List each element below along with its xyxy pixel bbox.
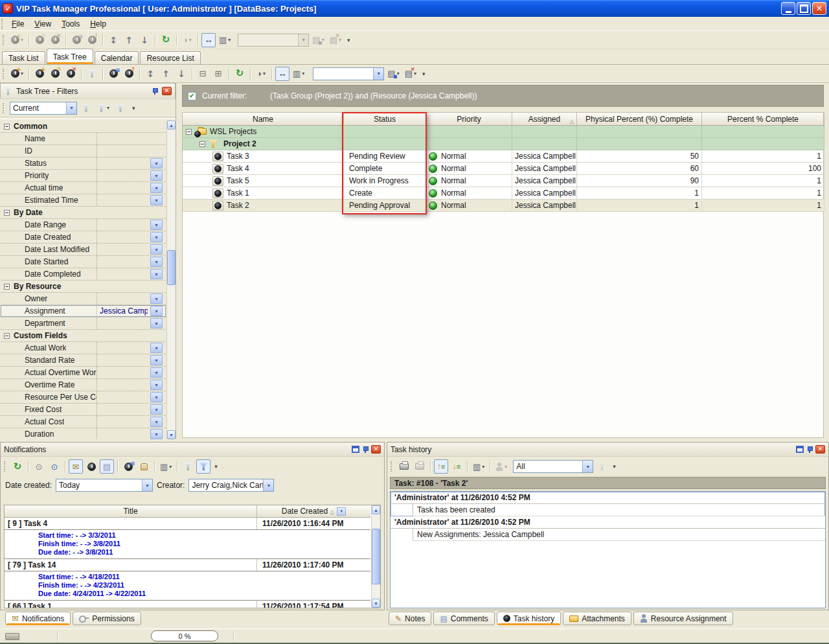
layout-combo[interactable]	[313, 67, 384, 80]
save-layout-button[interactable]: ▾	[310, 33, 326, 47]
filter-row[interactable]: ID	[1, 145, 166, 157]
bottom-tab[interactable]: Notes	[389, 612, 431, 625]
toolbar-overflow-button[interactable]: ▾	[130, 105, 138, 111]
filter-dropdown-button[interactable]	[150, 195, 163, 205]
project-group-row[interactable]: WSL Projects	[183, 126, 823, 138]
filter-row[interactable]: Actual Work	[1, 342, 166, 354]
filter-row[interactable]: Department	[1, 317, 166, 330]
sort-descending-button[interactable]	[449, 459, 464, 474]
toolbar-overflow-button[interactable]: ▾	[212, 463, 220, 470]
filter-group-header[interactable]: By Date	[1, 207, 166, 219]
filter-row[interactable]: Status	[1, 157, 166, 170]
filter-row[interactable]: Actual Cost	[1, 416, 166, 428]
menu-item[interactable]: File	[6, 17, 29, 30]
pin-icon[interactable]	[806, 446, 813, 454]
filters-scrollbar[interactable]	[166, 121, 176, 439]
clear-filter-button[interactable]	[181, 459, 195, 474]
scroll-up-icon[interactable]	[167, 121, 176, 130]
new-task-button[interactable]: ▾	[9, 67, 25, 81]
task-list-button[interactable]	[69, 33, 84, 47]
move-up-button[interactable]	[159, 67, 173, 81]
filter-row[interactable]: Actual time	[1, 182, 166, 194]
collapse-icon[interactable]	[4, 124, 10, 130]
filter-row[interactable]: Date Completed	[1, 268, 166, 281]
filter-dropdown-button[interactable]	[150, 306, 163, 316]
filter-group-header[interactable]: By Resource	[1, 281, 166, 293]
task-time-button[interactable]	[84, 459, 98, 474]
combo-dropdown-button[interactable]	[66, 102, 76, 114]
main-tab[interactable]: Calendar	[95, 51, 139, 64]
filter-button[interactable]	[196, 459, 210, 474]
menu-item[interactable]: View	[29, 17, 56, 30]
edit-task-button[interactable]	[48, 67, 62, 81]
close-panel-button[interactable]	[371, 445, 381, 454]
details-view-button[interactable]	[100, 459, 114, 474]
task-order-button[interactable]	[85, 33, 99, 47]
reset-layout-button[interactable]: ▾	[328, 33, 343, 47]
filter-row[interactable]: Date Started	[1, 256, 166, 268]
combo-dropdown-button[interactable]	[263, 479, 273, 491]
column-filter-dropdown-button[interactable]	[337, 507, 346, 516]
toolbar-overflow-button[interactable]: ▾	[420, 71, 428, 77]
menu-item[interactable]: Help	[85, 17, 111, 30]
history-entry[interactable]: 'Administrator' at 11/26/2010 4:52 PM Ta…	[391, 492, 825, 516]
column-header-title[interactable]: Title	[5, 505, 257, 517]
task-row[interactable]: Task 4 Complete Normal Jessica Campbell …	[183, 163, 823, 175]
columns-button[interactable]: ▾	[471, 459, 486, 474]
clear-filter-button[interactable]	[595, 459, 609, 474]
reset-layout-button[interactable]: ▾	[403, 67, 418, 81]
mark-read-button[interactable]	[32, 459, 46, 474]
history-type-combo[interactable]: All	[513, 460, 593, 473]
filter-dropdown-button[interactable]	[150, 170, 163, 181]
column-header-percent[interactable]: Percent % Complete	[702, 113, 824, 126]
refresh-button[interactable]	[233, 67, 247, 81]
filter-group-header[interactable]: Custom Fields	[1, 330, 166, 342]
columns-button[interactable]: ▾	[158, 459, 174, 474]
move-down-button[interactable]	[137, 33, 152, 47]
scroll-down-icon[interactable]	[372, 599, 380, 608]
delete-task-button[interactable]	[48, 33, 62, 47]
mark-unread-button[interactable]	[47, 459, 62, 474]
expand-all-button[interactable]	[211, 67, 225, 81]
task-row[interactable]: Task 1 Create Normal Jessica Campbell 1 …	[183, 187, 823, 200]
bottom-tab[interactable]: Notifications	[5, 612, 71, 625]
close-panel-button[interactable]	[815, 445, 825, 454]
task-row[interactable]: Task 5 Work in Progress Normal Jessica C…	[183, 175, 823, 187]
filter-group-header[interactable]: Common	[1, 121, 166, 133]
filter-button[interactable]	[85, 67, 99, 81]
close-button[interactable]	[812, 2, 826, 15]
scrollbar-thumb[interactable]	[167, 250, 176, 285]
column-header-assigned[interactable]: Assigned	[512, 113, 577, 126]
user-filter-button[interactable]: ▾	[494, 459, 509, 474]
float-panel-icon[interactable]	[352, 446, 359, 453]
minimize-button[interactable]	[781, 2, 795, 15]
notification-row[interactable]: [ 9 ] Task 4 11/26/2010 1:16:44 PM	[5, 518, 370, 530]
main-tab[interactable]: Task List	[2, 51, 45, 64]
move-up-down-button[interactable]	[143, 67, 157, 81]
pin-icon[interactable]	[152, 87, 158, 95]
filter-row[interactable]: Date Last Modified	[1, 244, 166, 256]
duplicate-task-button[interactable]	[32, 67, 47, 81]
restore-button[interactable]	[797, 2, 811, 15]
float-panel-icon[interactable]	[796, 446, 804, 453]
notifications-view-button[interactable]	[69, 459, 83, 474]
collapse-all-button[interactable]	[196, 67, 210, 81]
column-header-priority[interactable]: Priority	[426, 113, 512, 126]
close-panel-button[interactable]	[162, 87, 172, 95]
edit-task-button[interactable]	[32, 33, 47, 47]
filter-row[interactable]: Actual Overtime Work	[1, 367, 166, 379]
filter-dropdown-button[interactable]	[150, 257, 163, 267]
accept-button[interactable]	[137, 459, 151, 474]
filter-row[interactable]: Date Created	[1, 231, 166, 244]
pin-icon[interactable]	[362, 446, 369, 454]
notification-row[interactable]: [ 79 ] Task 14 11/26/2010 1:17:40 PM	[5, 559, 370, 571]
filter-dropdown-button[interactable]	[150, 244, 163, 255]
bottom-tab[interactable]: Resource Assignment	[633, 612, 733, 625]
toolbar-overflow-button[interactable]: ▾	[610, 463, 619, 470]
filter-row[interactable]: Resource Per Use Cos	[1, 391, 166, 404]
fit-columns-button[interactable]	[275, 67, 290, 81]
current-filter-checkbox[interactable]	[188, 92, 196, 100]
filter-dropdown-button[interactable]	[150, 269, 163, 279]
filter-row[interactable]: Name	[1, 133, 166, 145]
toolbar-overflow-button[interactable]: ▾	[345, 37, 353, 43]
